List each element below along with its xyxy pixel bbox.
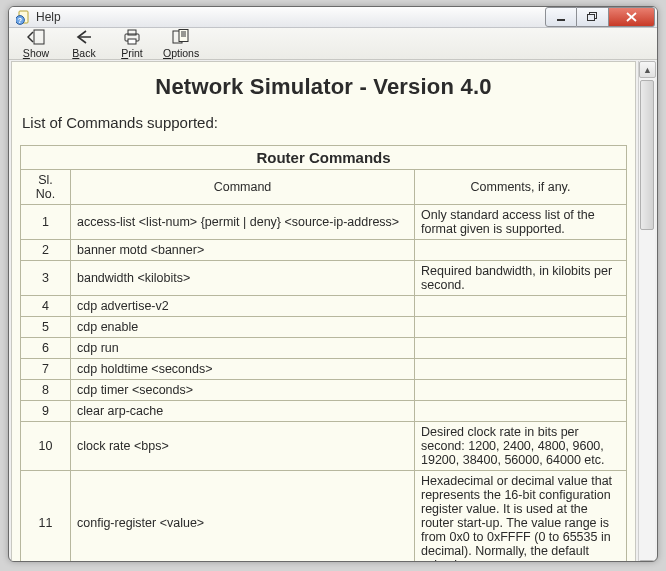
- minimize-button[interactable]: [545, 7, 577, 27]
- toolbar-label: Show: [23, 47, 49, 59]
- cell-slno: 8: [21, 380, 71, 401]
- cell-comments: [415, 296, 627, 317]
- cell-comments: Only standard access list of the format …: [415, 205, 627, 240]
- page-title: Network Simulator - Version 4.0: [20, 74, 627, 100]
- content-panel: Network Simulator - Version 4.0 List of …: [11, 61, 636, 562]
- cell-command: bandwidth <kilobits>: [71, 261, 415, 296]
- scroll-track[interactable]: [639, 78, 655, 560]
- cell-slno: 11: [21, 471, 71, 563]
- cell-comments: Required bandwidth, in kilobits per seco…: [415, 261, 627, 296]
- col-command: Command: [71, 170, 415, 205]
- table-row: 8cdp timer <seconds>: [21, 380, 627, 401]
- table-header-row: Sl. No. Command Comments, if any.: [21, 170, 627, 205]
- col-slno: Sl. No.: [21, 170, 71, 205]
- close-button[interactable]: [609, 7, 655, 27]
- table-title: Router Commands: [21, 146, 627, 170]
- cell-command: cdp advertise-v2: [71, 296, 415, 317]
- cell-slno: 6: [21, 338, 71, 359]
- cell-comments: Desired clock rate in bits per second: 1…: [415, 422, 627, 471]
- cell-command: banner motd <banner>: [71, 240, 415, 261]
- cell-command: cdp enable: [71, 317, 415, 338]
- cell-command: cdp run: [71, 338, 415, 359]
- svg-rect-5: [588, 15, 595, 21]
- table-title-row: Router Commands: [21, 146, 627, 170]
- help-icon: ?: [15, 9, 31, 25]
- table-row: 4cdp advertise-v2: [21, 296, 627, 317]
- cell-slno: 7: [21, 359, 71, 380]
- scroll-up-arrow-icon[interactable]: ▲: [639, 61, 656, 78]
- table-row: 11config-register <value>Hexadecimal or …: [21, 471, 627, 563]
- table-row: 9clear arp-cache: [21, 401, 627, 422]
- help-window: ? Help: [8, 6, 658, 562]
- table-row: 3bandwidth <kilobits>Required bandwidth,…: [21, 261, 627, 296]
- vertical-scrollbar[interactable]: ▲ ▼: [638, 61, 655, 562]
- print-icon: [123, 28, 141, 46]
- window-title: Help: [36, 10, 545, 24]
- cell-slno: 1: [21, 205, 71, 240]
- cell-comments: [415, 338, 627, 359]
- cell-comments: [415, 401, 627, 422]
- toolbar-print-button[interactable]: Print: [115, 28, 149, 59]
- list-label: List of Commands supported:: [22, 114, 627, 131]
- scroll-down-arrow-icon[interactable]: ▼: [639, 560, 656, 562]
- svg-rect-3: [557, 19, 565, 21]
- cell-slno: 3: [21, 261, 71, 296]
- cell-command: access-list <list-num> {permit | deny} <…: [71, 205, 415, 240]
- back-icon: [75, 28, 93, 46]
- show-icon: [27, 28, 45, 46]
- options-icon: [172, 28, 190, 46]
- commands-table: Router Commands Sl. No. Command Comments…: [20, 145, 627, 562]
- toolbar-back-button[interactable]: Back: [67, 28, 101, 59]
- titlebar: ? Help: [9, 7, 657, 28]
- toolbar-show-button[interactable]: Show: [19, 28, 53, 59]
- table-row: 7cdp holdtime <seconds>: [21, 359, 627, 380]
- col-comments: Comments, if any.: [415, 170, 627, 205]
- table-row: 5cdp enable: [21, 317, 627, 338]
- table-row: 10clock rate <bps>Desired clock rate in …: [21, 422, 627, 471]
- window-controls: [545, 7, 655, 27]
- cell-command: clock rate <bps>: [71, 422, 415, 471]
- toolbar: Show Back Print: [9, 28, 657, 60]
- cell-comments: [415, 240, 627, 261]
- cell-command: cdp holdtime <seconds>: [71, 359, 415, 380]
- svg-rect-12: [128, 39, 136, 44]
- table-row: 6cdp run: [21, 338, 627, 359]
- cell-slno: 9: [21, 401, 71, 422]
- table-row: 2banner motd <banner>: [21, 240, 627, 261]
- cell-slno: 5: [21, 317, 71, 338]
- content-wrap: Network Simulator - Version 4.0 List of …: [9, 60, 657, 562]
- cell-command: cdp timer <seconds>: [71, 380, 415, 401]
- toolbar-label: Back: [72, 47, 95, 59]
- cell-slno: 4: [21, 296, 71, 317]
- cell-comments: [415, 380, 627, 401]
- cell-command: config-register <value>: [71, 471, 415, 563]
- document: Network Simulator - Version 4.0 List of …: [12, 62, 635, 562]
- svg-rect-8: [34, 30, 44, 44]
- cell-slno: 2: [21, 240, 71, 261]
- scroll-thumb[interactable]: [640, 80, 654, 230]
- maximize-button[interactable]: [577, 7, 609, 27]
- svg-text:?: ?: [17, 17, 21, 24]
- cell-comments: Hexadecimal or decimal value that repres…: [415, 471, 627, 563]
- table-row: 1access-list <list-num> {permit | deny} …: [21, 205, 627, 240]
- toolbar-label: Print: [121, 47, 143, 59]
- cell-comments: [415, 317, 627, 338]
- cell-comments: [415, 359, 627, 380]
- toolbar-label: Options: [163, 47, 199, 59]
- cell-command: clear arp-cache: [71, 401, 415, 422]
- toolbar-options-button[interactable]: Options: [163, 28, 199, 59]
- cell-slno: 10: [21, 422, 71, 471]
